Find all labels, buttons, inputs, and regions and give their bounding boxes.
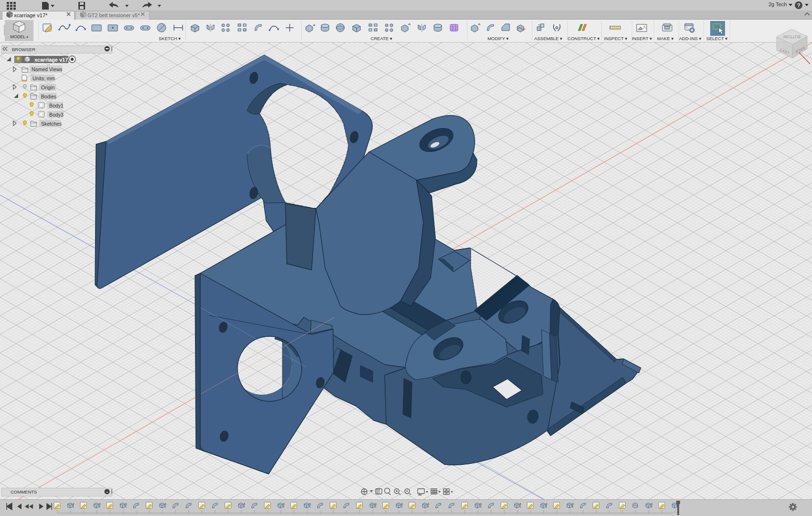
svg-text:Origin: Origin [41, 85, 54, 90]
svg-text:xcarriage v17: xcarriage v17 [34, 57, 68, 63]
svg-text:ASSEMBLE ▾: ASSEMBLE ▾ [534, 36, 563, 41]
svg-text:Units: mm: Units: mm [32, 75, 55, 81]
svg-text:Bodies: Bodies [41, 94, 56, 99]
svg-text:MAKE ▾: MAKE ▾ [657, 36, 674, 41]
svg-text:2g Tech: 2g Tech [769, 1, 787, 7]
svg-text:CREATE ▾: CREATE ▾ [370, 36, 392, 41]
svg-text:ADD-INS ▾: ADD-INS ▾ [679, 36, 702, 41]
svg-text:INSERT ▾: INSERT ▾ [632, 36, 652, 41]
svg-text:Sketches: Sketches [41, 121, 62, 127]
svg-text:Body1: Body1 [49, 103, 64, 108]
svg-text:MODIFY ▾: MODIFY ▾ [487, 36, 509, 41]
svg-text:>_: >_ [686, 26, 690, 29]
svg-text:CONSTRUCT ▾: CONSTRUCT ▾ [568, 36, 600, 41]
svg-text:Body3: Body3 [49, 112, 64, 118]
svg-text:+: + [106, 490, 108, 494]
svg-text:SKETCH ▾: SKETCH ▾ [159, 36, 181, 41]
svg-text:Named Views: Named Views [32, 66, 63, 72]
svg-text:?: ? [797, 2, 801, 8]
svg-text:INSPECT ▾: INSPECT ▾ [604, 36, 628, 41]
svg-text:BOTTOM: BOTTOM [783, 34, 801, 39]
svg-text:SELECT ▾: SELECT ▾ [706, 36, 727, 41]
